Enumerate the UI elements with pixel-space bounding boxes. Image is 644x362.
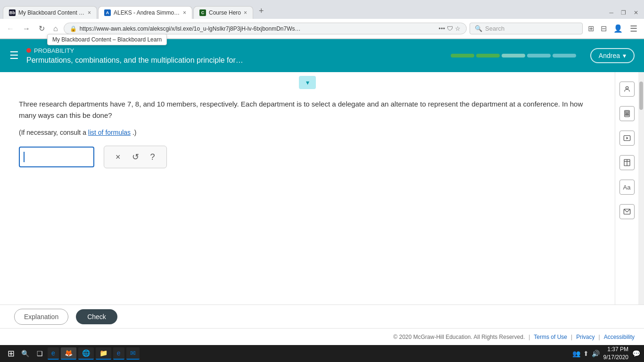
taskbar-firefox-button[interactable]: 🦊 xyxy=(61,347,76,360)
person-sidebar-button[interactable] xyxy=(619,82,635,97)
account-icon[interactable]: 👤 xyxy=(611,23,625,34)
mail-sidebar-button[interactable] xyxy=(619,204,635,219)
progress-bar xyxy=(451,54,576,58)
aleks-menu-button[interactable]: ☰ xyxy=(9,49,19,62)
answer-input[interactable] xyxy=(19,147,94,167)
firefox-icon: 🦊 xyxy=(65,349,73,357)
help-button[interactable]: ? xyxy=(145,149,161,165)
people-icon: 👥 xyxy=(572,350,580,357)
footer: © 2020 McGraw-Hill Education. All Rights… xyxy=(0,328,644,345)
category-label: PROBABILITY xyxy=(34,47,74,54)
tab-aleks[interactable]: A ALEKS - Andrea Simmons - Le… × xyxy=(98,6,192,19)
scrollbar-thumb[interactable] xyxy=(639,82,643,110)
url-bar[interactable]: 🔒 https://www-awn.aleks.com/alekscgi/x/l… xyxy=(64,23,467,34)
footer-sep-2: | xyxy=(571,334,572,340)
user-name: Andrea xyxy=(599,52,620,59)
taskbar-search-button[interactable]: 🔍 xyxy=(18,348,32,359)
reload-button[interactable]: ↻ xyxy=(36,22,48,35)
tab-close-aleks[interactable]: × xyxy=(183,9,186,16)
svg-point-3 xyxy=(625,114,626,114)
minimize-button[interactable]: ─ xyxy=(606,8,616,18)
tab-coursehero[interactable]: C Course Hero × xyxy=(193,6,253,19)
svg-point-0 xyxy=(626,87,628,89)
formula-link[interactable]: list of formulas xyxy=(88,129,131,136)
text-cursor xyxy=(24,152,25,162)
check-button[interactable]: Check xyxy=(76,309,117,324)
url-text: https://www-awn.aleks.com/alekscgi/x/lsl… xyxy=(80,25,436,32)
answer-area: × ↺ ? xyxy=(19,146,596,168)
copyright-text: © 2020 McGraw-Hill Education. All Rights… xyxy=(393,334,525,340)
taskbar-clock: 1:37 PM 9/17/2020 xyxy=(603,346,628,362)
font-sidebar-button[interactable]: Aa xyxy=(619,180,635,195)
options-icon: ••• xyxy=(438,25,445,32)
new-tab-button[interactable]: + xyxy=(254,3,269,19)
taskbar-mail-button[interactable]: ✉ xyxy=(126,347,140,360)
forward-button[interactable]: → xyxy=(20,23,33,35)
url-icons: ••• 🛡 ☆ xyxy=(438,25,461,32)
taskbar-edge-button[interactable]: e xyxy=(48,347,59,360)
home-button[interactable]: ⌂ xyxy=(50,23,61,35)
tab-label-ch: Course Hero xyxy=(209,9,241,16)
progress-seg-1 xyxy=(451,54,474,58)
calculator-icon xyxy=(623,110,631,117)
bottom-bar: Explanation Check xyxy=(0,304,644,328)
aleks-topic: Permutations, combinations, and the mult… xyxy=(26,56,451,65)
close-button[interactable]: ✕ xyxy=(631,8,641,18)
tab-blackboard[interactable]: Bb My Blackboard Content – Blac… × xyxy=(3,6,97,19)
search-placeholder: Search xyxy=(485,25,504,32)
user-menu-button[interactable]: Andrea ▾ xyxy=(590,48,635,63)
privacy-link[interactable]: Privacy xyxy=(576,334,594,340)
explorer-icon: 📁 xyxy=(99,349,107,357)
calculator-sidebar-button[interactable] xyxy=(619,106,635,121)
svg-point-4 xyxy=(627,114,627,114)
tab-close-bb[interactable]: × xyxy=(88,9,91,16)
svg-rect-2 xyxy=(625,111,628,113)
edge-icon: e xyxy=(51,349,55,357)
taskbar-chrome-button[interactable]: 🌐 xyxy=(78,347,94,360)
tab-bar: Bb My Blackboard Content – Blac… × A ALE… xyxy=(0,0,644,19)
notification-icon[interactable]: 💬 xyxy=(632,350,640,357)
keypad: × ↺ ? xyxy=(104,146,167,168)
undo-button[interactable]: ↺ xyxy=(126,149,145,165)
taskbar-explorer-button[interactable]: 📁 xyxy=(96,347,111,360)
tab-close-ch[interactable]: × xyxy=(244,9,247,16)
clear-button[interactable]: × xyxy=(110,149,126,165)
terms-link[interactable]: Terms of Use xyxy=(534,334,567,340)
category-dot xyxy=(26,48,31,53)
book-sidebar-button[interactable] xyxy=(619,155,635,170)
svg-point-8 xyxy=(628,115,628,115)
taskbar: ⊞ 🔍 ❑ e 🦊 🌐 📁 e ✉ 👥 ⬆ 🔊 1:37 PM 9/17 xyxy=(0,345,644,362)
back-button[interactable]: ← xyxy=(4,23,17,35)
reader-mode-icon[interactable]: ⊟ xyxy=(598,23,609,34)
start-button[interactable]: ⊞ xyxy=(4,346,18,361)
sound-icon: 🔊 xyxy=(592,350,600,357)
tab-favicon-ch: C xyxy=(199,9,206,16)
tab-label-bb: My Blackboard Content – Blac… xyxy=(18,9,85,16)
restore-button[interactable]: ❐ xyxy=(618,8,629,18)
footer-sep-3: | xyxy=(599,334,600,340)
progress-seg-4 xyxy=(527,54,551,58)
formula-note: (If necessary, consult a list of formula… xyxy=(19,129,596,136)
browser-chrome: Bb My Blackboard Content – Blac… × A ALE… xyxy=(0,0,644,39)
library-icon[interactable]: ⊞ xyxy=(586,23,596,34)
collapse-button[interactable]: ▾ xyxy=(299,76,316,89)
play-icon xyxy=(623,134,631,142)
right-sidebar: Aa xyxy=(615,72,638,304)
explanation-button[interactable]: Explanation xyxy=(14,309,68,325)
tab-tooltip: My Blackboard Content – Blackboard Learn xyxy=(47,34,167,45)
lock-icon: 🔒 xyxy=(70,25,77,32)
network-icon: ⬆ xyxy=(583,350,589,357)
scrollbar[interactable] xyxy=(638,72,644,304)
taskbar-taskview-button[interactable]: ❑ xyxy=(34,348,46,359)
question-area: Three research departments have 7, 8, an… xyxy=(0,89,615,178)
video-sidebar-button[interactable] xyxy=(619,131,635,146)
hamburger-menu-button[interactable]: ☰ xyxy=(627,22,640,35)
accessibility-link[interactable]: Accessibility xyxy=(604,334,635,340)
aleks-title-area: PROBABILITY Permutations, combinations, … xyxy=(26,47,451,65)
search-bar[interactable]: 🔍 Search xyxy=(470,23,583,34)
aleks-category: PROBABILITY xyxy=(26,47,451,54)
taskbar-ie-button[interactable]: e xyxy=(113,347,124,360)
taskbar-right: 👥 ⬆ 🔊 1:37 PM 9/17/2020 💬 xyxy=(572,346,640,362)
svg-point-5 xyxy=(628,114,628,114)
taskbar-icons: 🔍 ❑ e 🦊 🌐 📁 e ✉ xyxy=(18,347,572,360)
